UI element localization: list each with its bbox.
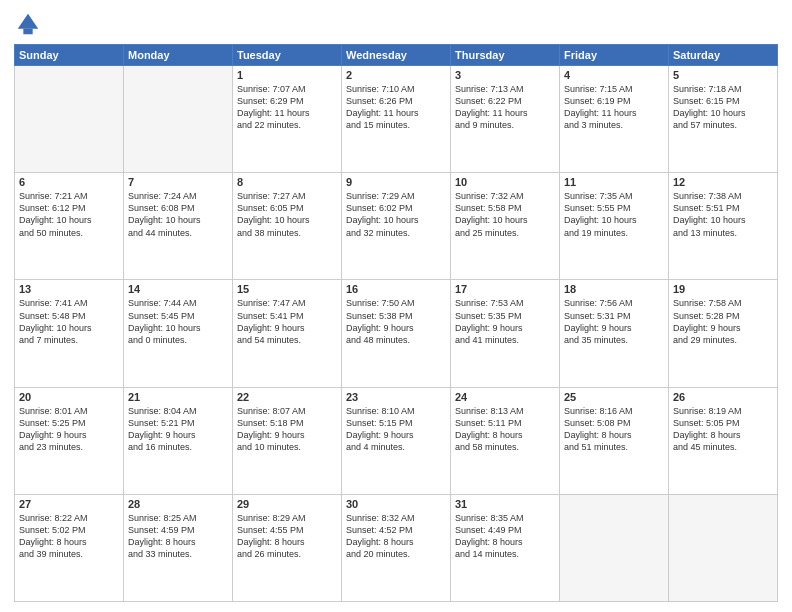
day-number: 29 [237, 498, 337, 510]
day-number: 15 [237, 283, 337, 295]
cell-content: Sunrise: 8:32 AM Sunset: 4:52 PM Dayligh… [346, 512, 446, 561]
cell-content: Sunrise: 7:32 AM Sunset: 5:58 PM Dayligh… [455, 190, 555, 239]
cell-content: Sunrise: 7:41 AM Sunset: 5:48 PM Dayligh… [19, 297, 119, 346]
cell-content: Sunrise: 7:38 AM Sunset: 5:51 PM Dayligh… [673, 190, 773, 239]
calendar-table: SundayMondayTuesdayWednesdayThursdayFrid… [14, 44, 778, 602]
calendar-cell: 8Sunrise: 7:27 AM Sunset: 6:05 PM Daylig… [233, 173, 342, 280]
calendar-week-row: 20Sunrise: 8:01 AM Sunset: 5:25 PM Dayli… [15, 387, 778, 494]
calendar-cell: 31Sunrise: 8:35 AM Sunset: 4:49 PM Dayli… [451, 494, 560, 601]
calendar-cell: 10Sunrise: 7:32 AM Sunset: 5:58 PM Dayli… [451, 173, 560, 280]
day-number: 16 [346, 283, 446, 295]
day-number: 23 [346, 391, 446, 403]
calendar-cell: 27Sunrise: 8:22 AM Sunset: 5:02 PM Dayli… [15, 494, 124, 601]
calendar-cell: 28Sunrise: 8:25 AM Sunset: 4:59 PM Dayli… [124, 494, 233, 601]
day-number: 30 [346, 498, 446, 510]
day-number: 3 [455, 69, 555, 81]
calendar-cell: 1Sunrise: 7:07 AM Sunset: 6:29 PM Daylig… [233, 66, 342, 173]
cell-content: Sunrise: 7:13 AM Sunset: 6:22 PM Dayligh… [455, 83, 555, 132]
day-number: 26 [673, 391, 773, 403]
calendar-cell: 5Sunrise: 7:18 AM Sunset: 6:15 PM Daylig… [669, 66, 778, 173]
calendar-cell: 24Sunrise: 8:13 AM Sunset: 5:11 PM Dayli… [451, 387, 560, 494]
day-number: 4 [564, 69, 664, 81]
calendar-cell: 2Sunrise: 7:10 AM Sunset: 6:26 PM Daylig… [342, 66, 451, 173]
day-number: 17 [455, 283, 555, 295]
calendar-cell: 17Sunrise: 7:53 AM Sunset: 5:35 PM Dayli… [451, 280, 560, 387]
calendar-cell: 13Sunrise: 7:41 AM Sunset: 5:48 PM Dayli… [15, 280, 124, 387]
day-number: 19 [673, 283, 773, 295]
day-number: 9 [346, 176, 446, 188]
calendar-cell [124, 66, 233, 173]
cell-content: Sunrise: 8:10 AM Sunset: 5:15 PM Dayligh… [346, 405, 446, 454]
calendar-cell: 21Sunrise: 8:04 AM Sunset: 5:21 PM Dayli… [124, 387, 233, 494]
cell-content: Sunrise: 7:15 AM Sunset: 6:19 PM Dayligh… [564, 83, 664, 132]
calendar-week-row: 13Sunrise: 7:41 AM Sunset: 5:48 PM Dayli… [15, 280, 778, 387]
svg-rect-1 [23, 29, 32, 35]
cell-content: Sunrise: 8:35 AM Sunset: 4:49 PM Dayligh… [455, 512, 555, 561]
cell-content: Sunrise: 7:44 AM Sunset: 5:45 PM Dayligh… [128, 297, 228, 346]
calendar-cell: 18Sunrise: 7:56 AM Sunset: 5:31 PM Dayli… [560, 280, 669, 387]
day-number: 24 [455, 391, 555, 403]
day-number: 8 [237, 176, 337, 188]
calendar-cell: 3Sunrise: 7:13 AM Sunset: 6:22 PM Daylig… [451, 66, 560, 173]
cell-content: Sunrise: 7:56 AM Sunset: 5:31 PM Dayligh… [564, 297, 664, 346]
calendar-cell: 29Sunrise: 8:29 AM Sunset: 4:55 PM Dayli… [233, 494, 342, 601]
calendar-cell [560, 494, 669, 601]
day-number: 2 [346, 69, 446, 81]
cell-content: Sunrise: 7:07 AM Sunset: 6:29 PM Dayligh… [237, 83, 337, 132]
day-of-week-header: Sunday [15, 45, 124, 66]
calendar-cell: 15Sunrise: 7:47 AM Sunset: 5:41 PM Dayli… [233, 280, 342, 387]
calendar-cell: 23Sunrise: 8:10 AM Sunset: 5:15 PM Dayli… [342, 387, 451, 494]
day-number: 6 [19, 176, 119, 188]
cell-content: Sunrise: 7:50 AM Sunset: 5:38 PM Dayligh… [346, 297, 446, 346]
calendar-cell: 4Sunrise: 7:15 AM Sunset: 6:19 PM Daylig… [560, 66, 669, 173]
day-of-week-header: Monday [124, 45, 233, 66]
cell-content: Sunrise: 7:21 AM Sunset: 6:12 PM Dayligh… [19, 190, 119, 239]
cell-content: Sunrise: 8:25 AM Sunset: 4:59 PM Dayligh… [128, 512, 228, 561]
calendar-cell: 22Sunrise: 8:07 AM Sunset: 5:18 PM Dayli… [233, 387, 342, 494]
day-number: 1 [237, 69, 337, 81]
day-number: 11 [564, 176, 664, 188]
cell-content: Sunrise: 8:13 AM Sunset: 5:11 PM Dayligh… [455, 405, 555, 454]
cell-content: Sunrise: 8:29 AM Sunset: 4:55 PM Dayligh… [237, 512, 337, 561]
calendar-week-row: 27Sunrise: 8:22 AM Sunset: 5:02 PM Dayli… [15, 494, 778, 601]
cell-content: Sunrise: 7:29 AM Sunset: 6:02 PM Dayligh… [346, 190, 446, 239]
calendar-cell [15, 66, 124, 173]
day-of-week-header: Friday [560, 45, 669, 66]
day-number: 10 [455, 176, 555, 188]
day-number: 25 [564, 391, 664, 403]
calendar-cell: 25Sunrise: 8:16 AM Sunset: 5:08 PM Dayli… [560, 387, 669, 494]
calendar-cell: 9Sunrise: 7:29 AM Sunset: 6:02 PM Daylig… [342, 173, 451, 280]
logo-icon [14, 10, 42, 38]
calendar-cell: 14Sunrise: 7:44 AM Sunset: 5:45 PM Dayli… [124, 280, 233, 387]
svg-marker-0 [18, 14, 39, 29]
calendar-cell [669, 494, 778, 601]
day-number: 28 [128, 498, 228, 510]
day-number: 27 [19, 498, 119, 510]
cell-content: Sunrise: 8:04 AM Sunset: 5:21 PM Dayligh… [128, 405, 228, 454]
day-number: 31 [455, 498, 555, 510]
day-number: 13 [19, 283, 119, 295]
day-of-week-header: Tuesday [233, 45, 342, 66]
day-number: 21 [128, 391, 228, 403]
cell-content: Sunrise: 7:58 AM Sunset: 5:28 PM Dayligh… [673, 297, 773, 346]
day-number: 14 [128, 283, 228, 295]
calendar-cell: 30Sunrise: 8:32 AM Sunset: 4:52 PM Dayli… [342, 494, 451, 601]
day-of-week-header: Saturday [669, 45, 778, 66]
calendar-week-row: 1Sunrise: 7:07 AM Sunset: 6:29 PM Daylig… [15, 66, 778, 173]
day-of-week-header: Thursday [451, 45, 560, 66]
day-number: 5 [673, 69, 773, 81]
cell-content: Sunrise: 8:19 AM Sunset: 5:05 PM Dayligh… [673, 405, 773, 454]
cell-content: Sunrise: 8:16 AM Sunset: 5:08 PM Dayligh… [564, 405, 664, 454]
cell-content: Sunrise: 7:27 AM Sunset: 6:05 PM Dayligh… [237, 190, 337, 239]
calendar-header-row: SundayMondayTuesdayWednesdayThursdayFrid… [15, 45, 778, 66]
cell-content: Sunrise: 7:47 AM Sunset: 5:41 PM Dayligh… [237, 297, 337, 346]
day-number: 12 [673, 176, 773, 188]
cell-content: Sunrise: 7:24 AM Sunset: 6:08 PM Dayligh… [128, 190, 228, 239]
page: SundayMondayTuesdayWednesdayThursdayFrid… [0, 0, 792, 612]
calendar-cell: 20Sunrise: 8:01 AM Sunset: 5:25 PM Dayli… [15, 387, 124, 494]
cell-content: Sunrise: 7:35 AM Sunset: 5:55 PM Dayligh… [564, 190, 664, 239]
day-of-week-header: Wednesday [342, 45, 451, 66]
cell-content: Sunrise: 8:01 AM Sunset: 5:25 PM Dayligh… [19, 405, 119, 454]
day-number: 7 [128, 176, 228, 188]
logo [14, 10, 46, 38]
